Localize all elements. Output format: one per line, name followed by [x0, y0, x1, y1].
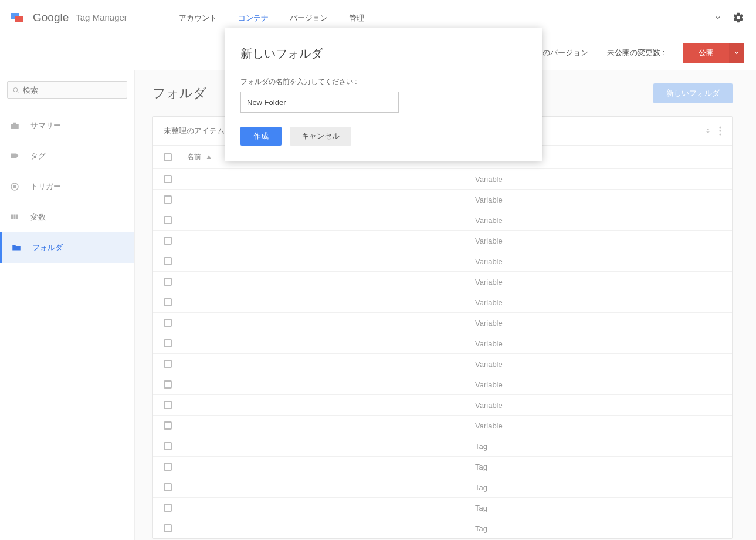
new-folder-dialog: 新しいフォルダ フォルダの名前を入力してください : 作成 キャンセル: [225, 28, 542, 161]
table-row[interactable]: Variable: [153, 333, 732, 353]
search-input[interactable]: [23, 86, 122, 95]
unpublished-changes-label: 未公開の変更数 :: [607, 48, 665, 58]
table-row[interactable]: Variable: [153, 415, 732, 436]
sidebar-item-label: サマリー: [30, 120, 61, 131]
row-checkbox[interactable]: [164, 360, 172, 368]
trigger-icon: [9, 181, 20, 192]
select-all-checkbox[interactable]: [164, 153, 172, 161]
sidebar-item-folders[interactable]: フォルダ: [0, 232, 134, 263]
publish-button-group: 公開: [683, 43, 744, 63]
gtm-logo-icon: [11, 11, 25, 24]
sort-asc-icon: ▲: [205, 153, 212, 161]
row-checkbox[interactable]: [164, 175, 172, 183]
group-header-label: 未整理のアイテム: [164, 126, 225, 136]
row-checkbox[interactable]: [164, 463, 172, 471]
row-checkbox[interactable]: [164, 380, 172, 389]
publish-button[interactable]: 公開: [683, 43, 729, 63]
row-type-cell: Variable: [475, 216, 721, 225]
table-row[interactable]: Variable: [153, 210, 732, 230]
account-switcher-chevron-icon[interactable]: [714, 14, 722, 22]
svg-point-11: [719, 126, 721, 128]
row-type-cell: Tag: [475, 442, 721, 451]
table-row[interactable]: Variable: [153, 230, 732, 251]
row-type-cell: Tag: [475, 463, 721, 471]
settings-gear-icon[interactable]: [733, 12, 744, 23]
sidebar-item-variables[interactable]: 変数: [0, 202, 134, 232]
dialog-title: 新しいフォルダ: [240, 46, 527, 62]
table-row[interactable]: Tag: [153, 477, 732, 497]
row-type-cell: Variable: [475, 380, 721, 389]
table-row[interactable]: Variable: [153, 312, 732, 333]
table-row[interactable]: Tag: [153, 436, 732, 456]
table-row[interactable]: Variable: [153, 353, 732, 374]
sidebar-item-triggers[interactable]: トリガー: [0, 171, 134, 202]
folder-name-input[interactable]: [240, 92, 399, 113]
row-type-cell: Variable: [475, 421, 721, 430]
sidebar-item-tags[interactable]: タグ: [0, 141, 134, 171]
brand-logo[interactable]: Google Tag Manager: [11, 11, 127, 24]
svg-rect-4: [11, 124, 19, 129]
row-type-cell: Variable: [475, 257, 721, 266]
row-type-cell: Variable: [475, 195, 721, 204]
row-checkbox[interactable]: [164, 504, 172, 512]
new-folder-button[interactable]: 新しいフォルダ: [653, 83, 733, 103]
table-row[interactable]: Variable: [153, 394, 732, 415]
svg-rect-1: [15, 16, 23, 22]
table-row[interactable]: Variable: [153, 168, 732, 189]
publish-dropdown-button[interactable]: [729, 43, 744, 63]
folder-icon: [11, 242, 22, 253]
tab-account[interactable]: アカウント: [168, 13, 228, 35]
table-row[interactable]: Variable: [153, 374, 732, 394]
variable-icon: [9, 212, 20, 222]
row-type-cell: Variable: [475, 339, 721, 348]
table-row[interactable]: Variable: [153, 292, 732, 312]
table-row[interactable]: Tag: [153, 518, 732, 538]
row-type-cell: Variable: [475, 237, 721, 245]
row-checkbox[interactable]: [164, 421, 172, 430]
tag-icon: [9, 151, 20, 161]
row-checkbox[interactable]: [164, 278, 172, 286]
row-checkbox[interactable]: [164, 216, 172, 224]
row-checkbox[interactable]: [164, 257, 172, 265]
row-type-cell: Tag: [475, 504, 721, 512]
row-checkbox[interactable]: [164, 237, 172, 245]
brand-google-text: Google: [33, 11, 69, 24]
table-row[interactable]: Tag: [153, 497, 732, 518]
row-checkbox[interactable]: [164, 298, 172, 306]
row-checkbox[interactable]: [164, 401, 172, 409]
row-type-cell: Variable: [475, 319, 721, 328]
svg-rect-8: [11, 215, 13, 220]
page-title: フォルダ: [152, 85, 206, 102]
sidebar-item-label: トリガー: [30, 181, 61, 192]
create-button[interactable]: 作成: [240, 127, 282, 146]
svg-point-7: [13, 185, 16, 188]
chevron-down-icon: [734, 50, 740, 56]
row-checkbox[interactable]: [164, 442, 172, 450]
row-type-cell: Variable: [475, 278, 721, 286]
row-checkbox[interactable]: [164, 339, 172, 347]
search-icon: [12, 86, 19, 94]
sidebar-item-summary[interactable]: サマリー: [0, 110, 134, 141]
sidebar-item-label: フォルダ: [32, 242, 63, 253]
table-row[interactable]: Variable: [153, 251, 732, 271]
svg-point-2: [13, 87, 18, 92]
row-checkbox[interactable]: [164, 195, 172, 204]
dialog-label: フォルダの名前を入力してください :: [240, 77, 527, 87]
search-box[interactable]: [7, 81, 127, 99]
editing-version-label: 中のバージョン: [535, 48, 588, 58]
row-type-cell: Variable: [475, 360, 721, 369]
table-row[interactable]: Variable: [153, 271, 732, 292]
row-checkbox[interactable]: [164, 524, 172, 532]
row-checkbox[interactable]: [164, 319, 172, 327]
cancel-button[interactable]: キャンセル: [290, 127, 351, 146]
kebab-menu-icon[interactable]: [719, 126, 721, 136]
sidebar-item-label: タグ: [30, 151, 46, 161]
table-row[interactable]: Tag: [153, 456, 732, 477]
table-row[interactable]: Variable: [153, 189, 732, 210]
row-type-cell: Variable: [475, 175, 721, 184]
svg-line-3: [17, 91, 18, 92]
row-checkbox[interactable]: [164, 483, 172, 491]
sort-toggle-icon[interactable]: [704, 126, 712, 136]
row-type-cell: Variable: [475, 401, 721, 410]
row-type-cell: Variable: [475, 298, 721, 307]
